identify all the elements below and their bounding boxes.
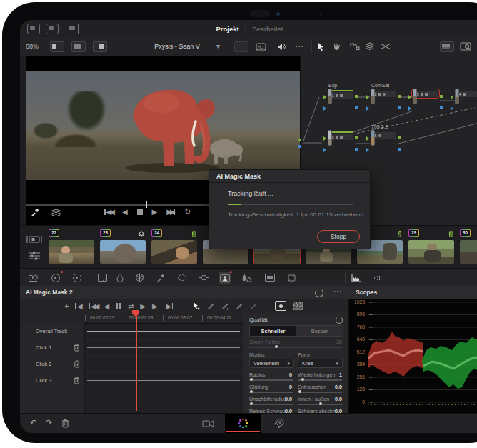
clip-thumbnail-30[interactable]: 30 — [460, 240, 477, 264]
form-dropdown[interactable]: Kreis▾ — [298, 359, 343, 368]
node-01[interactable]: Exp 01 — [328, 90, 353, 99]
prev-clip-button[interactable]: ◀◀ — [104, 208, 113, 216]
node-layers-icon[interactable] — [365, 37, 375, 56]
loop-button[interactable]: ↻ — [184, 207, 191, 216]
clip-thumbnail-24[interactable]: 24 — [151, 240, 197, 264]
clip-thumbnail-29[interactable]: 29 — [408, 240, 454, 264]
delete-track-icon[interactable] — [74, 360, 80, 368]
lightbox-icon[interactable] — [460, 37, 471, 56]
magic-mask-icon[interactable] — [219, 272, 231, 284]
quality-option-schneller[interactable]: Schneller — [250, 326, 296, 336]
refine-mesh-icon[interactable] — [133, 272, 146, 284]
node-mixer-icon[interactable] — [381, 37, 391, 56]
radius-slider[interactable] — [249, 379, 293, 381]
add-pen-tool-icon[interactable] — [221, 302, 229, 310]
panel-menu-dots-icon[interactable]: ··· — [333, 287, 342, 294]
clip-thumbnail-22[interactable]: 22 — [49, 240, 94, 264]
mask-overlay-toggle[interactable] — [275, 301, 286, 311]
quality-option-besser[interactable]: Besser — [296, 326, 343, 336]
quality-reset-icon[interactable] — [336, 317, 343, 324]
clip-title-dropdown[interactable]: Pxysis - Sean V — [134, 37, 220, 56]
tab-bearbeitet[interactable]: Bearbeitet — [252, 25, 283, 33]
curves-icon[interactable] — [96, 272, 109, 284]
audio-volume-icon[interactable] — [277, 37, 286, 56]
play-button[interactable]: ▶ — [152, 208, 158, 216]
primary-adjust-icon[interactable] — [49, 272, 62, 284]
viewer-options-dots-icon[interactable]: ··· — [296, 37, 304, 56]
onion-skin-toggle-icon[interactable] — [293, 302, 303, 310]
keyframes-panel-icon[interactable] — [371, 272, 384, 284]
add-stroke-tool-icon[interactable] — [193, 302, 201, 310]
grid-viewer-toggle-icon[interactable] — [71, 41, 86, 52]
sizing-icon[interactable] — [285, 272, 298, 284]
paint-tool-icon[interactable] — [250, 302, 258, 310]
pointer-tool-icon[interactable] — [317, 37, 325, 56]
modus-dropdown[interactable]: Verkleinern▾ — [249, 359, 294, 368]
track-row-click2[interactable]: Click 2 — [20, 356, 243, 373]
timeline-playhead-line[interactable] — [136, 312, 137, 411]
picker-icon[interactable] — [154, 272, 167, 284]
unschaerferadius-slider[interactable] — [249, 404, 293, 405]
edit-page-icon[interactable] — [202, 419, 214, 428]
node-04[interactable]: 04 — [455, 90, 477, 97]
node-connect-icon[interactable] — [350, 37, 360, 56]
delete-track-icon[interactable] — [74, 344, 80, 352]
single-viewer-toggle-icon[interactable] — [50, 41, 64, 52]
timeline-clips-icon[interactable] — [26, 234, 43, 244]
reset-icon[interactable] — [315, 289, 323, 297]
source-alpha-port[interactable] — [298, 145, 301, 148]
delete-track-icon[interactable] — [74, 377, 80, 384]
wiederholungen-slider[interactable] — [298, 379, 342, 381]
gallery-image-icon[interactable] — [440, 41, 454, 52]
ping-pong-button[interactable]: ⇄ — [128, 302, 134, 310]
timeline-ruler[interactable]: 00:00:00:23 00:00:02:03 00:00:03:07 00:0… — [20, 313, 243, 324]
tab-projekt[interactable]: Projekt — [216, 25, 239, 33]
play-button[interactable]: ▶ — [140, 302, 146, 310]
undo-icon[interactable]: ↶ — [30, 418, 36, 427]
hdr-grade-icon[interactable] — [71, 272, 84, 284]
stop-button[interactable] — [137, 209, 143, 215]
node-03-selected[interactable]: 03 — [413, 90, 438, 97]
node-05[interactable]: 05 — [328, 131, 353, 140]
skip-forward-button[interactable]: ▶ — [152, 302, 159, 310]
deliver-page-icon[interactable] — [273, 418, 284, 429]
track-row-click1[interactable]: Click 1 — [20, 339, 243, 357]
blur-icon[interactable] — [240, 272, 253, 284]
hand-tool-icon[interactable] — [332, 37, 341, 56]
pause-button[interactable] — [116, 303, 121, 309]
zoom-level-dropdown[interactable]: 68% — [26, 37, 39, 56]
goto-first-frame-button[interactable]: ◀ — [75, 302, 82, 310]
smart-refine-slider[interactable] — [249, 347, 342, 348]
source-rgb-port[interactable] — [298, 139, 301, 141]
entrauschen-slider[interactable] — [298, 392, 342, 393]
enhanced-viewer-icon[interactable] — [234, 41, 248, 52]
tracker-icon[interactable] — [197, 272, 210, 284]
qualifier-icon[interactable] — [114, 272, 126, 284]
innen-aussen-slider[interactable] — [298, 404, 342, 405]
subtract-stroke-tool-icon[interactable] — [207, 302, 215, 310]
next-clip-button[interactable]: ▶▶ — [166, 208, 175, 216]
clip-levels-icon[interactable] — [27, 250, 41, 262]
proxy-hq-icon[interactable]: HQ — [256, 37, 266, 56]
gallery-grab-icon[interactable] — [263, 272, 276, 284]
color-page-tab[interactable] — [225, 414, 261, 433]
goto-last-frame-button[interactable]: ▶ — [166, 302, 173, 310]
skip-back-button[interactable]: ◀◀ — [89, 302, 98, 310]
glaettung-slider[interactable] — [249, 392, 293, 393]
scopes-panel-icon[interactable] — [350, 272, 363, 284]
split-compare-toggle-icon[interactable] — [93, 41, 107, 52]
play-reverse-button[interactable]: ◀ — [122, 208, 128, 216]
node-02[interactable]: Con/Sat 02 — [371, 90, 396, 97]
redo-icon[interactable]: ↷ — [46, 418, 52, 427]
eyedropper-icon[interactable] — [30, 208, 39, 217]
track-row-overall[interactable]: Overall Track — [20, 323, 243, 340]
subtract-pen-tool-icon[interactable] — [236, 302, 243, 310]
wipe-layers-icon[interactable] — [51, 209, 61, 217]
trash-icon[interactable] — [61, 419, 69, 428]
play-reverse-button[interactable]: ◀ — [104, 302, 109, 310]
clip-thumbnail-23[interactable]: 23 — [100, 240, 146, 264]
stop-tracking-button[interactable]: Stopp — [317, 230, 360, 243]
primaries-wheels-icon[interactable] — [26, 272, 39, 284]
node-06[interactable]: 709 2.2 06 — [371, 131, 396, 139]
power-window-icon[interactable] — [176, 272, 189, 284]
